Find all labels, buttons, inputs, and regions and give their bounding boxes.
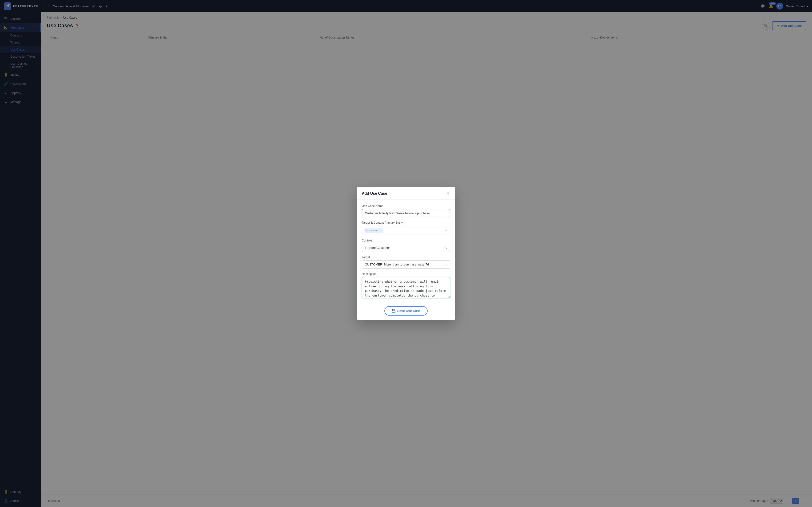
context-group: Context In-Store Customer ⌃⌄: [362, 239, 450, 252]
save-button-label: Save Use Case: [397, 309, 421, 313]
use-case-name-label: Use Case Name: [362, 204, 450, 208]
modal-close-button[interactable]: ✕: [446, 191, 450, 196]
description-textarea[interactable]: [362, 277, 450, 298]
description-group: Description: [362, 272, 450, 298]
modal-footer: 💾 Save Use Case: [357, 303, 455, 320]
target-label: Target: [362, 256, 450, 259]
use-case-name-input[interactable]: [362, 209, 450, 217]
context-label: Context: [362, 239, 450, 242]
target-group: Target CUSTOMER_More_than_1_purchase_nex…: [362, 256, 450, 269]
save-icon: 💾: [391, 309, 395, 313]
context-select[interactable]: In-Store Customer: [362, 244, 450, 252]
description-label: Description: [362, 272, 450, 276]
add-use-case-modal: Add Use Case ✕ Use Case Name Target & Co…: [357, 187, 455, 320]
target-context-entity-group: Target & Context Primary Entity customer…: [362, 221, 450, 235]
entity-tag: customer ✕: [364, 228, 383, 233]
target-select-wrapper: CUSTOMER_More_than_1_purchase_next_7d ⌃⌄: [362, 260, 450, 269]
entity-tag-input[interactable]: customer ✕ ✕: [362, 226, 450, 235]
entity-tag-label: customer: [366, 229, 378, 232]
entity-tag-remove[interactable]: ✕: [379, 229, 381, 232]
modal-title: Add Use Case: [362, 191, 387, 195]
save-use-case-button[interactable]: 💾 Save Use Case: [384, 306, 428, 316]
target-context-label: Target & Context Primary Entity: [362, 221, 450, 224]
use-case-name-group: Use Case Name: [362, 204, 450, 217]
target-select[interactable]: CUSTOMER_More_than_1_purchase_next_7d: [362, 260, 450, 269]
context-select-wrapper: In-Store Customer ⌃⌄: [362, 244, 450, 252]
modal-body: Use Case Name Target & Context Primary E…: [357, 200, 455, 303]
modal-header: Add Use Case ✕: [357, 187, 455, 200]
entity-tag-clear-icon[interactable]: ✕: [445, 229, 448, 232]
modal-overlay[interactable]: Add Use Case ✕ Use Case Name Target & Co…: [0, 0, 812, 507]
